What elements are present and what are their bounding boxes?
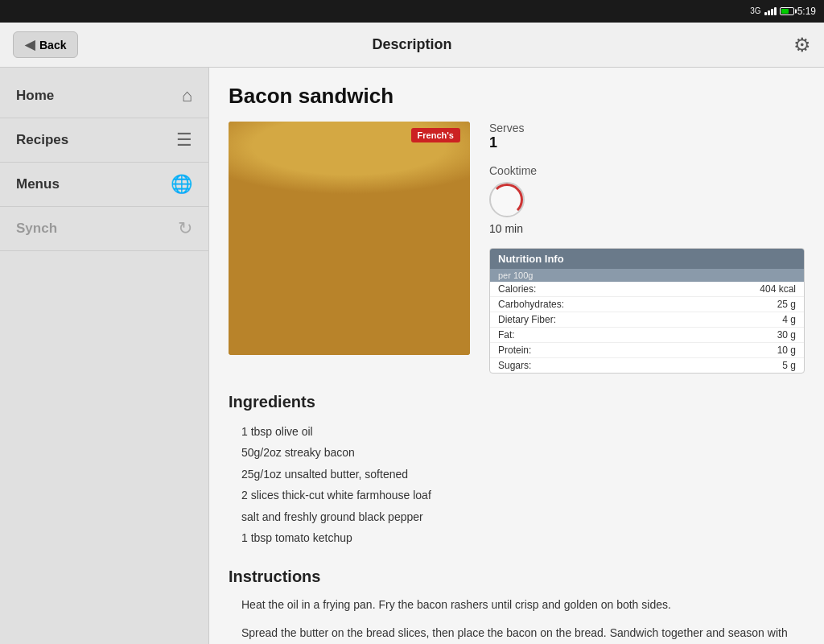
serves-label: Serves xyxy=(489,122,805,134)
fiber-value: 4 g xyxy=(782,314,796,325)
gear-icon: ⚙ xyxy=(793,34,811,56)
brand-label: French's xyxy=(411,128,460,142)
instructions-title: Instructions xyxy=(229,568,805,586)
serves-value: 1 xyxy=(489,134,805,151)
sugars-value: 5 g xyxy=(782,360,796,371)
list-item: 1 tbsp olive oil xyxy=(229,421,805,442)
sidebar-item-recipes-label: Recipes xyxy=(16,132,68,148)
list-item: 1 tbsp tomato ketchup xyxy=(229,527,805,548)
list-item: salt and freshly ground black pepper xyxy=(229,506,805,527)
nutrition-row-fat: Fat: 30 g xyxy=(490,328,804,343)
time-display: 5:19 xyxy=(797,6,816,17)
calories-value: 404 kcal xyxy=(760,283,796,295)
nutrition-rows: Calories: 404 kcal Carbohydrates: 25 g D… xyxy=(490,282,804,373)
recipe-info: Serves 1 Cooktime 10 min Nutrition Info … xyxy=(489,122,805,374)
nutrition-header: Nutrition Info xyxy=(490,249,804,269)
ingredients-list: 1 tbsp olive oil 50g/2oz streaky bacon 2… xyxy=(229,421,805,548)
fat-value: 30 g xyxy=(777,329,796,341)
sidebar-item-recipes[interactable]: Recipes ☰ xyxy=(0,118,208,163)
battery-icon xyxy=(780,7,794,15)
instructions-section: Instructions Heat the oil in a frying pa… xyxy=(229,568,805,644)
calories-label: Calories: xyxy=(498,283,536,295)
nutrition-row-fiber: Dietary Fiber: 4 g xyxy=(490,312,804,328)
cooktime-section: Cooktime 10 min xyxy=(489,164,805,235)
burger-background xyxy=(229,122,470,355)
list-item: 25g/1oz unsalted butter, softened xyxy=(229,464,805,485)
sidebar: Home ⌂ Recipes ☰ Menus 🌐 Synch ↻ xyxy=(0,68,209,644)
synch-icon: ↻ xyxy=(178,218,192,239)
main-layout: Home ⌂ Recipes ☰ Menus 🌐 Synch ↻ Bacon s… xyxy=(0,68,824,644)
ingredients-section: Ingredients 1 tbsp olive oil 50g/2oz str… xyxy=(229,393,805,548)
signal-bars xyxy=(764,7,777,15)
recipes-icon: ☰ xyxy=(176,130,192,151)
timer-icon xyxy=(489,182,525,217)
nutrition-row-sugars: Sugars: 5 g xyxy=(490,358,804,373)
ingredients-title: Ingredients xyxy=(229,393,805,411)
recipe-top: French's Serves 1 Cooktime 10 min xyxy=(229,122,805,374)
network-type: 3G xyxy=(750,7,760,15)
recipe-title: Bacon sandwich xyxy=(229,84,805,109)
back-label: Back xyxy=(39,39,66,52)
cooktime-label: Cooktime xyxy=(489,164,805,177)
page-title: Description xyxy=(372,36,451,53)
settings-button[interactable]: ⚙ xyxy=(793,34,811,56)
cooktime-value: 10 min xyxy=(489,222,805,235)
status-bar: 3G 5:19 xyxy=(0,0,824,23)
instruction-para-1: Heat the oil in a frying pan. Fry the ba… xyxy=(229,596,805,613)
serves-section: Serves 1 xyxy=(489,122,805,151)
nutrition-row-protein: Protein: 10 g xyxy=(490,343,804,358)
menus-icon: 🌐 xyxy=(171,174,192,195)
back-button[interactable]: ◀ Back xyxy=(13,31,78,58)
timer-inner xyxy=(493,186,521,213)
sidebar-item-home-label: Home xyxy=(16,88,54,104)
sidebar-item-menus[interactable]: Menus 🌐 xyxy=(0,163,208,207)
nutrition-row-calories: Calories: 404 kcal xyxy=(490,282,804,297)
carbs-value: 25 g xyxy=(777,299,796,310)
sidebar-item-menus-label: Menus xyxy=(16,176,60,192)
nutrition-subheader: per 100g xyxy=(490,269,804,282)
back-arrow-icon: ◀ xyxy=(25,37,35,52)
nutrition-box: Nutrition Info per 100g Calories: 404 kc… xyxy=(489,248,805,374)
fiber-label: Dietary Fiber: xyxy=(498,314,556,325)
instruction-para-2: Spread the butter on the bread slices, t… xyxy=(229,624,805,644)
recipe-image: French's xyxy=(229,122,470,355)
home-icon: ⌂ xyxy=(182,85,192,106)
fat-label: Fat: xyxy=(498,329,515,341)
status-icons: 3G 5:19 xyxy=(750,6,816,17)
list-item: 50g/2oz streaky bacon xyxy=(229,442,805,463)
sugars-label: Sugars: xyxy=(498,360,531,371)
sidebar-item-home[interactable]: Home ⌂ xyxy=(0,74,208,118)
protein-value: 10 g xyxy=(777,345,796,356)
list-item: 2 slices thick-cut white farmhouse loaf xyxy=(229,485,805,506)
top-bar: ◀ Back Description ⚙ xyxy=(0,23,824,68)
protein-label: Protein: xyxy=(498,345,531,356)
sidebar-item-synch-label: Synch xyxy=(16,221,57,237)
content-area: Bacon sandwich French's Serves 1 Cooktim… xyxy=(209,68,824,644)
nutrition-row-carbs: Carbohydrates: 25 g xyxy=(490,297,804,312)
carbs-label: Carbohydrates: xyxy=(498,299,564,310)
sidebar-item-synch: Synch ↻ xyxy=(0,207,208,251)
